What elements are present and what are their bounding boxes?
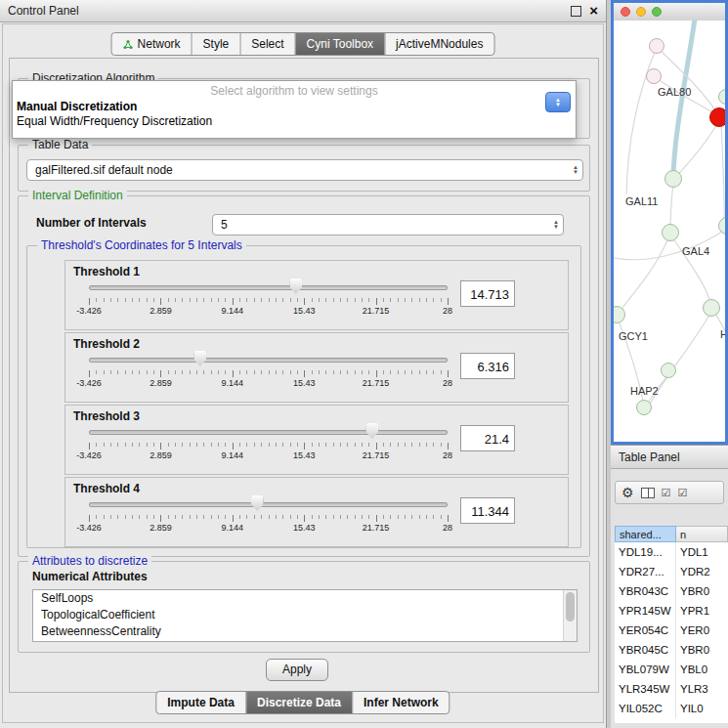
list-item[interactable]: BetweennessCentrality (33, 623, 577, 640)
close-icon[interactable]: × (589, 0, 598, 21)
table-row[interactable]: YDR27... YDR2 (615, 562, 728, 581)
dropdown-option-equal-width[interactable]: Equal Width/Frequency Discretization (17, 114, 212, 128)
zoom-traffic-light-icon[interactable] (652, 7, 662, 17)
network-node[interactable] (649, 38, 664, 54)
slider-scale-label: 21.715 (363, 523, 390, 533)
tab-infer-network[interactable]: Infer Network (353, 692, 450, 713)
slider-thumb[interactable] (251, 495, 264, 511)
desktop: Control Panel × Network (0, 0, 728, 728)
tab-style[interactable]: Style (193, 33, 241, 55)
checkbox-icon[interactable]: ☑ (677, 487, 687, 499)
slider-thumb[interactable] (193, 351, 206, 366)
table-cell[interactable]: YBR0 (676, 581, 728, 601)
network-node[interactable] (709, 107, 725, 127)
threshold-2-panel: Threshold 2 -3.4262.8599.14415.4321.7152… (64, 332, 569, 403)
table-row[interactable]: YBR045C YBR0 (615, 640, 728, 660)
tab-impute-data[interactable]: Impute Data (156, 692, 246, 713)
scrollbar-thumb[interactable] (566, 592, 575, 621)
number-of-intervals-combo[interactable]: 5 ▲▼ (212, 214, 564, 236)
columns-icon[interactable] (641, 488, 655, 498)
top-tab-bar: Network Style Select Cyni Toolbox jActiv… (111, 32, 495, 56)
group-title: Table Data (28, 138, 92, 151)
table-cell[interactable]: YPR1 (676, 601, 728, 621)
minimize-traffic-light-icon[interactable] (636, 7, 646, 17)
table-cell[interactable]: YLR3 (676, 679, 728, 699)
slider-thumb[interactable] (289, 278, 302, 294)
table-cell[interactable]: YPR145W (615, 601, 676, 621)
checkbox-icon[interactable]: ☑ (662, 487, 671, 499)
table-cell[interactable]: YER054C (615, 621, 676, 640)
table-cell[interactable]: YBL0 (676, 660, 728, 679)
network-node[interactable] (664, 170, 682, 188)
slider-scale-label: 15.43 (293, 450, 316, 460)
tab-discretize-data[interactable]: Discretize Data (246, 692, 353, 713)
table-cell[interactable]: YLR345W (615, 679, 676, 699)
table-cell[interactable]: YDR2 (676, 562, 728, 581)
slider-scale-label: 21.715 (363, 450, 390, 460)
table-cell[interactable]: YIL052C (615, 699, 676, 718)
table-cell[interactable]: YBR043C (615, 581, 676, 601)
table-panel-titlebar[interactable]: Table Panel (611, 445, 728, 469)
table-cell[interactable]: YBR045C (615, 640, 676, 660)
threshold-1-slider[interactable] (89, 277, 448, 296)
table-cell[interactable]: YDL19... (615, 542, 676, 562)
table-row[interactable]: YPR145W YPR1 (615, 601, 728, 621)
control-panel-titlebar[interactable]: Control Panel × (0, 0, 606, 22)
thresholds-group: Threshold's Coordinates for 5 Intervals … (26, 245, 581, 548)
threshold-value-field[interactable]: 11.344 (460, 497, 515, 524)
table-cell[interactable]: YER0 (676, 621, 728, 640)
threshold-value-field[interactable]: 14.713 (460, 280, 515, 307)
table-cell[interactable]: YDL1 (676, 542, 728, 562)
threshold-value-field[interactable]: 21.4 (460, 425, 515, 451)
slider-major-tick (304, 370, 305, 377)
network-node[interactable] (661, 363, 676, 378)
list-item[interactable]: SelfLoops (33, 590, 577, 607)
network-canvas[interactable]: GAL80GAL11GAL4GCY1HAP2H (614, 21, 725, 442)
slider-track[interactable] (89, 358, 448, 363)
table-data-group: Table Data galFiltered.sif default node … (18, 145, 590, 192)
gear-icon[interactable]: ⚙ (621, 485, 634, 500)
slider-major-tick (304, 298, 305, 305)
table-row[interactable]: YDL19... YDL1 (615, 542, 728, 562)
network-node[interactable] (636, 400, 652, 415)
apply-button[interactable]: Apply (266, 659, 328, 681)
slider-major-tick (89, 370, 90, 377)
dropdown-option-manual[interactable]: Manual Discretization (17, 100, 137, 113)
network-node[interactable] (662, 224, 679, 241)
table-cell[interactable]: YBL079W (615, 660, 676, 679)
slider-track[interactable] (89, 285, 448, 290)
tab-network[interactable]: Network (112, 33, 193, 55)
column-header-shared-name[interactable]: shared... (615, 526, 676, 542)
table-row[interactable]: YBL079W YBL0 (615, 660, 728, 679)
network-node[interactable] (703, 299, 720, 317)
list-scrollbar[interactable] (563, 590, 577, 641)
slider-thumb[interactable] (365, 423, 378, 439)
table-cell[interactable]: YDR27... (615, 562, 676, 581)
table-row[interactable]: YLR345W YLR3 (615, 679, 728, 699)
combo-value: 5 (221, 215, 228, 235)
slider-scale-label: -3.426 (76, 306, 102, 316)
table-row[interactable]: YER054C YER0 (615, 621, 728, 640)
tab-cyni-toolbox[interactable]: Cyni Toolbox (296, 33, 385, 55)
table-cell[interactable]: YIL0 (676, 699, 728, 718)
network-window-titlebar[interactable] (614, 3, 725, 21)
table-row[interactable]: YBR043C YBR0 (615, 581, 728, 601)
list-item[interactable]: TopologicalCoefficient (33, 607, 577, 623)
slider-track[interactable] (89, 430, 448, 435)
close-traffic-light-icon[interactable] (621, 7, 630, 17)
table-cell[interactable]: YBR0 (676, 640, 728, 660)
algorithm-combo-stepper[interactable]: ▲ ▼ (545, 92, 571, 112)
threshold-value-field[interactable]: 6.316 (460, 353, 515, 379)
threshold-3-slider[interactable] (89, 421, 448, 441)
float-window-icon[interactable] (571, 6, 581, 17)
tab-jactivemnodules[interactable]: jActiveMNodules (385, 33, 493, 55)
slider-track[interactable] (89, 502, 448, 507)
tab-select[interactable]: Select (240, 33, 295, 55)
column-header-name[interactable]: n (676, 526, 728, 542)
network-node-label: GAL4 (682, 245, 709, 257)
network-node[interactable] (646, 68, 662, 84)
table-row[interactable]: YIL052C YIL0 (615, 699, 728, 718)
table-data-combo[interactable]: galFiltered.sif default node ▲▼ (26, 159, 583, 181)
threshold-4-slider[interactable] (89, 493, 448, 513)
threshold-2-slider[interactable] (89, 349, 448, 368)
